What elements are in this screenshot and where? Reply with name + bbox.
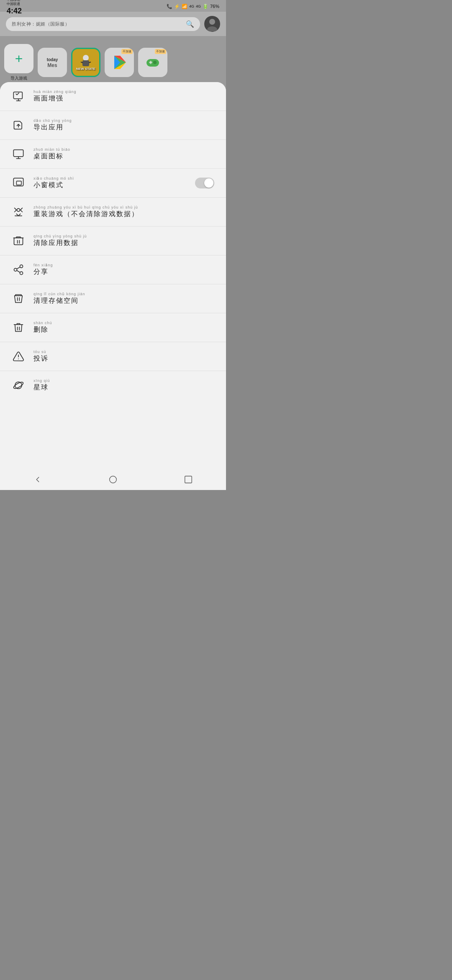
- small-window-toggle-wrap[interactable]: [195, 178, 214, 188]
- home-button[interactable]: [100, 472, 126, 487]
- enhance-label: 画面增强: [33, 94, 214, 103]
- menu-item-reinstall[interactable]: zhòng zhuāng yóu xì bù huì qīng chú yóu …: [0, 198, 226, 227]
- no-accel-badge-2: 不加速: [155, 49, 166, 54]
- menu-item-enhance[interactable]: huà miàn zēng qiáng 画面增强: [0, 82, 226, 111]
- share-pinyin: fēn xiǎng: [33, 263, 214, 267]
- search-input-wrap[interactable]: 胜利女神：妮姬（国际服） 🔍: [6, 17, 200, 31]
- planet-pinyin: xīng qiú: [33, 379, 214, 383]
- export-label: 导出应用: [33, 123, 214, 132]
- svg-point-27: [20, 272, 23, 275]
- nav-bar: [0, 471, 226, 490]
- share-text: fēn xiǎng 分享: [33, 263, 214, 276]
- today-games-icon[interactable]: today Mes: [38, 48, 67, 77]
- carrier2: 中国联通: [7, 2, 22, 6]
- menu-item-export[interactable]: dǎo chū yìng yòng 导出应用: [0, 111, 226, 140]
- menu-item-clean-storage[interactable]: qīng lǐ cún chǔ kōng jiān 清理存储空间: [0, 284, 226, 313]
- newstate-label: NEW STATE: [76, 67, 95, 71]
- menu-item-delete[interactable]: shān chú 删除: [0, 313, 226, 342]
- desktop-label: 桌面图标: [33, 152, 214, 161]
- newstate-item[interactable]: NEW STATE: [71, 48, 100, 77]
- enhance-pinyin: huà miàn zēng qiáng: [33, 90, 214, 94]
- recents-button[interactable]: [176, 472, 201, 487]
- enhance-icon: [12, 90, 25, 103]
- status-icons: 📞 ⚡ 📶 4G 4G 🔋 76%: [167, 4, 219, 9]
- toggle-knob: [204, 178, 213, 188]
- clean-storage-pinyin: qīng lǐ cún chǔ kōng jiān: [33, 292, 214, 296]
- svg-point-1: [209, 19, 215, 25]
- svg-rect-15: [149, 62, 152, 63]
- game-controller-icon: [144, 54, 161, 71]
- clean-storage-text: qīng lǐ cún chǔ kōng jiān 清理存储空间: [33, 292, 214, 305]
- clean-storage-label: 清理存储空间: [33, 297, 214, 305]
- menu-item-clear-data[interactable]: qīng chú yìng yòng shù jù 清除应用数据: [0, 227, 226, 255]
- newstate-character-icon: [80, 54, 92, 67]
- clear-data-pinyin: qīng chú yìng yòng shù jù: [33, 234, 214, 238]
- menu-item-planet[interactable]: xīng qiú 星球: [0, 371, 226, 400]
- svg-point-20: [17, 209, 20, 211]
- bottom-sheet: huà miàn zēng qiáng 画面增强 dǎo chū yìng yò…: [0, 82, 226, 471]
- desktop-icon: [12, 147, 25, 161]
- search-bar: 胜利女神：妮姬（国际服） 🔍: [0, 12, 226, 36]
- complain-text: tóu sù 投诉: [33, 350, 214, 363]
- small-window-label: 小窗模式: [33, 181, 187, 190]
- reinstall-pinyin: zhòng zhuāng yóu xì bù huì qīng chú yóu …: [33, 205, 214, 209]
- add-game-icon[interactable]: +: [4, 44, 33, 73]
- export-pinyin: dǎo chū yìng yòng: [33, 119, 214, 123]
- home-icon: [108, 475, 118, 484]
- svg-rect-21: [14, 238, 23, 245]
- search-icon[interactable]: 🔍: [186, 20, 194, 28]
- clear-data-label: 清除应用数据: [33, 239, 214, 248]
- svg-rect-17: [13, 150, 23, 157]
- desktop-text: zhuō miàn tú biāo 桌面图标: [33, 147, 214, 161]
- enhance-text: huà miàn zēng qiáng 画面增强: [33, 90, 214, 103]
- add-plus-icon: +: [15, 52, 23, 65]
- menu-item-share[interactable]: fēn xiǎng 分享: [0, 255, 226, 284]
- wifi-icon: 📶: [182, 4, 187, 9]
- status-bar: 中国移动 中国联通 4:42 📞 ⚡ 📶 4G 4G 🔋 76%: [0, 0, 226, 12]
- bluetooth-icon: ⚡: [174, 4, 180, 9]
- avatar[interactable]: [204, 16, 220, 32]
- complain-pinyin: tóu sù: [33, 350, 214, 354]
- small-window-text: xiǎo chuāng mó shì 小窗模式: [33, 176, 187, 190]
- back-button[interactable]: [25, 472, 50, 487]
- export-icon: [12, 119, 25, 132]
- add-game-item[interactable]: + 导入游戏: [4, 44, 33, 81]
- desktop-pinyin: zhuō miàn tú biāo: [33, 147, 214, 152]
- menu-item-small-window[interactable]: xiǎo chuāng mó shì 小窗模式: [0, 169, 226, 198]
- search-placeholder: 胜利女神：妮姬（国际服）: [12, 21, 182, 27]
- svg-point-26: [14, 268, 17, 271]
- svg-rect-33: [185, 476, 192, 483]
- menu-item-desktop[interactable]: zhuō miàn tú biāo 桌面图标: [0, 140, 226, 169]
- reinstall-label: 重装游戏（不会清除游戏数据）: [33, 210, 214, 219]
- svg-rect-19: [16, 181, 21, 185]
- clear-data-icon: [12, 234, 25, 248]
- delete-label: 删除: [33, 325, 214, 334]
- call-icon: 📞: [167, 4, 172, 9]
- play-store-item-1[interactable]: 不加速: [105, 48, 134, 77]
- menu-item-complain[interactable]: tóu sù 投诉: [0, 342, 226, 371]
- today-games-item[interactable]: today Mes: [38, 48, 67, 77]
- delete-text: shān chú 删除: [33, 321, 214, 334]
- clean-storage-icon: [12, 292, 25, 305]
- svg-point-25: [20, 265, 23, 268]
- svg-rect-16: [13, 92, 22, 99]
- share-label: 分享: [33, 268, 214, 276]
- export-text: dǎo chū yìng yòng 导出应用: [33, 119, 214, 132]
- svg-point-32: [110, 476, 117, 483]
- delete-icon: [12, 321, 25, 334]
- play-store-icon-1[interactable]: 不加速: [105, 48, 134, 77]
- small-window-toggle[interactable]: [195, 178, 214, 188]
- planet-text: xīng qiú 星球: [33, 379, 214, 392]
- play-store-icon-2[interactable]: 不加速: [138, 48, 167, 77]
- play-store-item-2[interactable]: 不加速: [138, 48, 167, 77]
- small-window-icon: [12, 176, 25, 190]
- reinstall-icon: [12, 205, 25, 219]
- signal1-icon: 4G: [189, 4, 194, 8]
- signal2-icon: 4G: [196, 4, 201, 8]
- complain-icon: [12, 350, 25, 363]
- svg-rect-4: [82, 60, 89, 66]
- back-icon: [33, 475, 42, 484]
- play-triangle-icon: [111, 54, 128, 71]
- newstate-icon[interactable]: NEW STATE: [71, 48, 100, 77]
- svg-point-13: [153, 61, 157, 64]
